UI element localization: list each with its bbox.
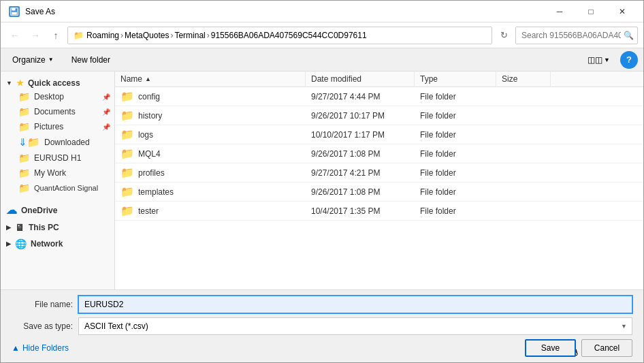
col-header-size[interactable]: Size bbox=[496, 72, 551, 86]
title-bar: Save As ─ □ ✕ bbox=[1, 1, 643, 22]
thispc-icon: 🖥 bbox=[15, 222, 25, 233]
filename-input[interactable] bbox=[78, 296, 632, 313]
sidebar-item-quantaction-label: QuantAction Signal bbox=[34, 184, 98, 192]
file-date: 9/27/2017 4:21 PM bbox=[311, 168, 380, 178]
new-folder-label: New folder bbox=[71, 55, 110, 65]
file-date: 10/10/2017 1:17 PM bbox=[311, 130, 385, 140]
file-type: File folder bbox=[420, 111, 456, 121]
file-name: profiles bbox=[138, 168, 165, 178]
save-button[interactable]: Save bbox=[525, 339, 576, 357]
address-bar: ← → ↑ 📁 Roaming › MetaQuotes › Terminal … bbox=[1, 22, 643, 48]
help-button[interactable]: ? bbox=[620, 51, 638, 69]
table-row[interactable]: 📁 history 9/26/2017 10:17 PM File folder bbox=[115, 106, 643, 125]
sidebar-item-mywork-label: My Work bbox=[34, 168, 66, 178]
sidebar-item-documents-label: Documents bbox=[34, 107, 76, 116]
back-button[interactable]: ← bbox=[6, 27, 24, 44]
file-type-cell: File folder bbox=[415, 108, 496, 123]
table-row[interactable]: 📁 profiles 9/27/2017 4:21 PM File folder bbox=[115, 163, 643, 183]
toolbar: Organize ▼ New folder ◫◫ ▼ ? bbox=[1, 48, 643, 72]
folder-icon: 📁 bbox=[18, 168, 30, 178]
onedrive-header[interactable]: ☁ OneDrive bbox=[1, 200, 114, 218]
up-button[interactable]: ↑ bbox=[47, 27, 65, 44]
file-type: File folder bbox=[420, 130, 456, 140]
quick-access-arrow: ▼ bbox=[6, 80, 12, 86]
onedrive-icon: ☁ bbox=[6, 204, 17, 217]
file-size-cell bbox=[496, 208, 551, 214]
file-type-cell: File folder bbox=[415, 185, 496, 200]
sidebar-item-mywork[interactable]: 📁 My Work bbox=[1, 165, 114, 180]
section-arrow: ▶ bbox=[6, 224, 11, 231]
search-input[interactable] bbox=[515, 27, 638, 44]
close-button[interactable]: ✕ bbox=[607, 1, 638, 22]
table-row[interactable]: 📁 config 9/27/2017 4:44 PM File folder bbox=[115, 87, 643, 106]
sidebar-item-quantaction[interactable]: 📁 QuantAction Signal bbox=[1, 180, 114, 195]
file-type-cell: File folder bbox=[415, 127, 496, 142]
path-sep-1: › bbox=[120, 31, 123, 40]
col-name-label: Name bbox=[120, 74, 142, 84]
sidebar-item-eurusd[interactable]: 📁 EURUSD H1 bbox=[1, 151, 114, 165]
organize-arrow: ▼ bbox=[48, 57, 54, 63]
address-path[interactable]: 📁 Roaming › MetaQuotes › Terminal › 9155… bbox=[67, 27, 492, 44]
network-icon: 🌐 bbox=[15, 238, 27, 249]
file-size-cell bbox=[496, 94, 551, 99]
svg-rect-2 bbox=[12, 12, 17, 14]
onedrive-label: OneDrive bbox=[21, 206, 57, 215]
path-sep-2: › bbox=[170, 31, 173, 40]
file-size-cell bbox=[496, 189, 551, 195]
table-row[interactable]: 📁 logs 10/10/2017 1:17 PM File folder bbox=[115, 125, 643, 144]
file-name-cell: 📁 templates bbox=[115, 183, 306, 201]
quick-access-header[interactable]: ▼ ★ Quick access bbox=[1, 74, 114, 89]
file-name-cell: 📁 logs bbox=[115, 125, 306, 144]
organize-button[interactable]: Organize ▼ bbox=[6, 52, 60, 67]
file-size-cell bbox=[496, 170, 551, 176]
file-date-cell: 9/26/2017 1:08 PM bbox=[306, 146, 415, 161]
sidebar-item-desktop-label: Desktop bbox=[34, 92, 64, 101]
sidebar-item-documents[interactable]: 📁 Documents 📌 bbox=[1, 104, 114, 119]
file-name: templates bbox=[138, 187, 174, 197]
path-id: 915566BA06ADA407569C544CC0D97611 bbox=[211, 31, 367, 40]
sidebar: ▼ ★ Quick access 📁 Desktop 📌 📁 Documents… bbox=[1, 72, 115, 289]
file-size-cell bbox=[496, 132, 551, 138]
table-row[interactable]: 📁 templates 9/26/2017 1:08 PM File folde… bbox=[115, 183, 643, 202]
sidebar-item-downloaded-label: Downloaded bbox=[44, 138, 90, 147]
table-row[interactable]: 📁 MQL4 9/26/2017 1:08 PM File folder bbox=[115, 144, 643, 163]
col-date-label: Date modified bbox=[311, 74, 361, 84]
minimize-button[interactable]: ─ bbox=[544, 1, 575, 22]
folder-icon: 📁 bbox=[120, 166, 134, 179]
folder-icon: 📁 bbox=[120, 185, 134, 198]
pin-icon: 📌 bbox=[102, 108, 110, 116]
sidebar-item-downloaded[interactable]: ⇓📁 Downloaded bbox=[1, 134, 114, 151]
new-folder-button[interactable]: New folder bbox=[65, 52, 116, 67]
svg-rect-1 bbox=[12, 7, 15, 10]
maximize-button[interactable]: □ bbox=[575, 1, 607, 22]
file-type: File folder bbox=[420, 168, 456, 178]
savetype-row: Save as type: ASCII Text (*.csv) bbox=[12, 317, 632, 335]
refresh-button[interactable]: ↻ bbox=[495, 27, 513, 44]
file-type-cell: File folder bbox=[415, 89, 496, 104]
thispc-label: This PC bbox=[29, 223, 59, 232]
col-header-name[interactable]: Name ▲ bbox=[115, 72, 306, 86]
col-header-date[interactable]: Date modified bbox=[306, 72, 415, 86]
col-header-type[interactable]: Type bbox=[415, 72, 496, 86]
file-size-cell bbox=[496, 151, 551, 157]
table-row[interactable]: 📁 tester 10/4/2017 1:35 PM File folder bbox=[115, 202, 643, 221]
cancel-button[interactable]: Cancel bbox=[581, 339, 632, 357]
file-date-cell: 9/26/2017 10:17 PM bbox=[306, 108, 415, 123]
thispc-header[interactable]: ▶ 🖥 This PC bbox=[1, 218, 114, 234]
sidebar-item-pictures[interactable]: 📁 Pictures 📌 bbox=[1, 119, 114, 134]
hide-folders-link[interactable]: ▲ Hide Folders bbox=[12, 343, 519, 353]
sidebar-item-desktop[interactable]: 📁 Desktop 📌 bbox=[1, 89, 114, 104]
hide-folders-arrow: ▲ bbox=[12, 343, 20, 353]
file-date-cell: 9/27/2017 4:44 PM bbox=[306, 89, 415, 104]
forward-button[interactable]: → bbox=[27, 27, 44, 44]
file-name: history bbox=[138, 111, 162, 121]
view-button[interactable]: ◫◫ ▼ bbox=[583, 52, 615, 67]
savetype-select[interactable]: ASCII Text (*.csv) bbox=[78, 317, 632, 335]
network-header[interactable]: ▶ 🌐 Network bbox=[1, 234, 114, 251]
filename-row: File name: bbox=[12, 296, 632, 313]
folder-icon: 📁 bbox=[120, 204, 134, 217]
path-metaquotes: MetaQuotes bbox=[125, 31, 169, 40]
file-name-cell: 📁 config bbox=[115, 87, 306, 106]
file-date: 10/4/2017 1:35 PM bbox=[311, 206, 380, 216]
folder-icon: 📁 bbox=[18, 183, 30, 193]
